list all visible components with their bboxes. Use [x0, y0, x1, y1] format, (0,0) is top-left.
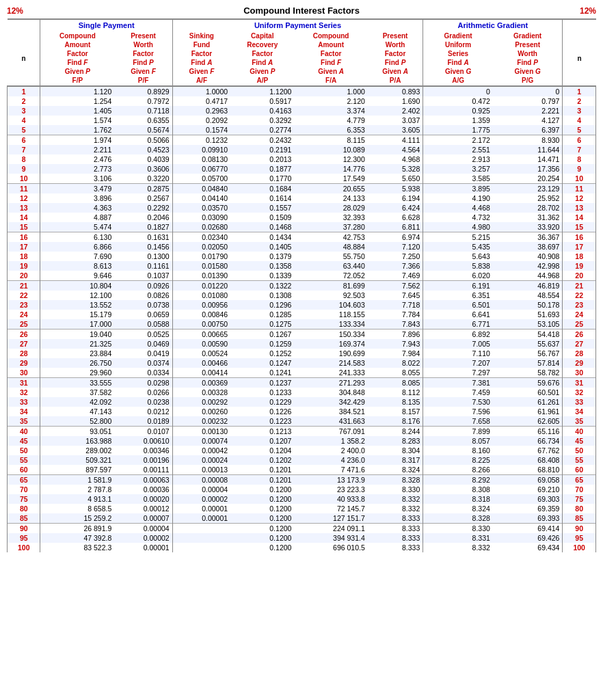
ag-cell: 7.207	[423, 358, 493, 368]
ap-cell: 0.1877	[230, 164, 294, 174]
af-cell: 0.00001	[172, 513, 230, 524]
ag-cell: 3.895	[423, 184, 493, 194]
fp-cell: 4.363	[40, 203, 114, 213]
ap-cell: 0.1200	[230, 543, 294, 552]
n-cell: 90	[563, 524, 596, 534]
af-cell: 0.02050	[172, 242, 230, 252]
pa-col-header: PresentWorthFactorFind PGiven AP/A	[368, 31, 423, 86]
pf-cell: 0.1827	[114, 222, 172, 232]
ap-cell: 1.1200	[230, 86, 294, 96]
table-row: 45163.9880.006100.000740.12071 358.28.28…	[8, 436, 596, 446]
n-cell: 17	[563, 242, 596, 252]
ag-cell: 2.172	[423, 135, 493, 146]
n-cell: 34	[563, 407, 596, 416]
fa-cell: 127 151.7	[294, 513, 367, 524]
ap-cell: 0.1684	[230, 184, 294, 194]
n-cell: 21	[8, 281, 40, 291]
af-cell: 0.00024	[172, 455, 230, 465]
pf-cell: 0.8929	[114, 86, 172, 96]
table-row: 92.7730.36060.067700.187714.7765.3283.25…	[8, 164, 596, 174]
pa-cell: 6.811	[368, 222, 423, 232]
n-cell: 28	[563, 349, 596, 358]
fa-cell: 12.300	[294, 154, 367, 164]
ag-cell: 4.980	[423, 222, 493, 232]
fp-cell: 4 913.1	[40, 494, 114, 504]
fa-cell: 28.029	[294, 203, 367, 213]
n-cell: 60	[8, 465, 40, 475]
pf-cell: 0.0419	[114, 349, 172, 358]
ap-cell: 0.1237	[230, 378, 294, 388]
fp-cell: 8 658.5	[40, 504, 114, 513]
table-row: 9026 891.90.000040.1200224 091.18.3338.3…	[8, 524, 596, 534]
pf-cell: 0.1300	[114, 252, 172, 261]
pg-cell: 40.908	[493, 252, 563, 261]
af-cell: 0.01080	[172, 291, 230, 300]
pf-cell: 0.1631	[114, 232, 172, 243]
pg-cell: 25.952	[493, 193, 563, 203]
ap-cell: 0.1405	[230, 242, 294, 252]
pf-cell: 0.1161	[114, 261, 172, 271]
fp-cell: 1.120	[40, 86, 114, 96]
fp-cell: 1.762	[40, 125, 114, 135]
pa-cell: 8.022	[368, 358, 423, 368]
fa-cell: 14.776	[294, 164, 367, 174]
pg-cell: 61.261	[493, 397, 563, 407]
fa-cell: 342.429	[294, 397, 367, 407]
n-cell: 24	[8, 310, 40, 319]
n-cell: 29	[563, 358, 596, 368]
ag-cell: 4.732	[423, 213, 493, 222]
ap-cell: 0.1213	[230, 427, 294, 437]
af-cell: 0.00013	[172, 465, 230, 475]
pf-cell: 0.00012	[114, 504, 172, 513]
ap-cell: 0.1509	[230, 213, 294, 222]
n-cell: 2	[8, 96, 40, 106]
pa-cell: 7.120	[368, 242, 423, 252]
table-row: 2721.3250.04690.005900.1259169.3747.9437…	[8, 339, 596, 349]
pg-col-header: GradientPresentWorthFind PGiven GP/G	[493, 31, 563, 86]
n-cell: 6	[8, 135, 40, 146]
n-cell: 28	[8, 349, 40, 358]
fp-cell: 26.750	[40, 358, 114, 368]
n-cell: 19	[8, 261, 40, 271]
ap-cell: 0.1201	[230, 465, 294, 475]
fp-col-header: CompoundAmountFactorFind FGiven PF/P	[40, 31, 114, 86]
table-row: 144.8870.20460.030900.150932.3936.6284.7…	[8, 213, 596, 222]
fp-cell: 10.804	[40, 281, 114, 291]
pa-cell: 8.112	[368, 388, 423, 397]
n-cell: 60	[563, 465, 596, 475]
pg-cell: 42.998	[493, 261, 563, 271]
pf-cell: 0.0738	[114, 300, 172, 310]
fp-cell: 289.002	[40, 446, 114, 455]
fa-cell: 3.374	[294, 106, 367, 116]
pg-cell: 61.961	[493, 407, 563, 416]
pa-cell: 8.135	[368, 397, 423, 407]
pg-cell: 31.362	[493, 213, 563, 222]
uniform-payment-header: Uniform Payment Series	[172, 19, 423, 31]
n-cell: 26	[563, 329, 596, 340]
n-cell: 12	[8, 193, 40, 203]
n-cell: 31	[8, 378, 40, 388]
pg-cell: 69.303	[493, 494, 563, 504]
n-section-empty-right	[563, 19, 596, 31]
af-cell: 1.0000	[172, 86, 230, 96]
pa-cell: 7.645	[368, 291, 423, 300]
pf-cell: 0.0659	[114, 310, 172, 319]
pg-cell: 46.819	[493, 281, 563, 291]
pa-cell: 8.283	[368, 436, 423, 446]
ap-cell: 0.1252	[230, 349, 294, 358]
n-cell: 21	[563, 281, 596, 291]
fa-cell: 37.280	[294, 222, 367, 232]
af-cell: 0.00042	[172, 446, 230, 455]
table-row: 9547 392.80.000020.1200394 931.48.3338.3…	[8, 533, 596, 543]
pf-cell: 0.2292	[114, 203, 172, 213]
n-cell: 6	[563, 135, 596, 146]
n-cell: 8	[8, 154, 40, 164]
table-row: 55509.3210.001960.000240.12024 236.08.31…	[8, 455, 596, 465]
fp-cell: 8.613	[40, 261, 114, 271]
main-title: Compound Interest Factors	[23, 5, 580, 16]
af-cell: 0.08130	[172, 154, 230, 164]
n-cell: 27	[563, 339, 596, 349]
ag-cell: 8.331	[423, 533, 493, 543]
pf-cell: 0.0238	[114, 397, 172, 407]
single-payment-header: Single Payment	[40, 19, 172, 31]
